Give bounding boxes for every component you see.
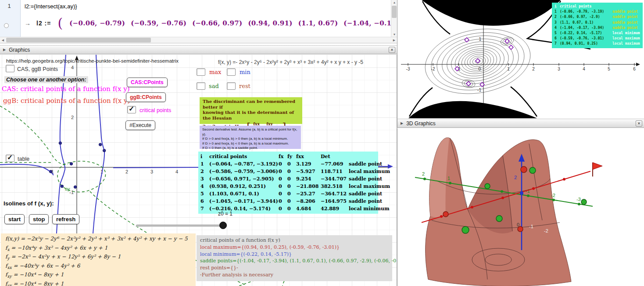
svg-text:4: 4	[175, 169, 178, 174]
svg-text:-3: -3	[406, 67, 410, 71]
svg-text:-2: -2	[544, 228, 548, 233]
cas-row-header[interactable]: 1	[0, 0, 21, 37]
results-local-minimum: local minimum={(-0.22, 0.14, -5.17)}	[200, 251, 389, 258]
results-title: critical points of a function f(x y)	[200, 237, 389, 244]
table-header-row: icritical pointsfxfyfxxDet	[200, 153, 376, 160]
svg-text:-3: -3	[576, 197, 581, 202]
flag-icon[interactable]	[593, 162, 602, 177]
hessian-note-line2: knowing that it is the determinant of th…	[203, 110, 299, 121]
test-line1: Second derivative test. Assume (a, b) is…	[202, 127, 298, 137]
cas-option-text: CAS: critical points of a function f(x y…	[2, 85, 130, 93]
legend-row: 2(-0.66, 0.97, -2.9)saddle point	[555, 14, 640, 20]
cas-cpoints-button[interactable]: CAS:CPoints	[127, 78, 168, 87]
min-checkbox[interactable]	[227, 68, 236, 76]
check-icon: ✓	[129, 105, 134, 113]
test-line2: If D > 0 and fxx(a, b) > 0 then (a, b) i…	[202, 137, 298, 141]
cas-ggb-points-checkbox[interactable]	[6, 65, 14, 72]
results-local-maximum: local maximum={(0.94, 0.91, 0.25), (-0.5…	[200, 244, 389, 251]
graphics-panel-title: Graphics	[9, 47, 30, 53]
legend-row: 6(-0.59, -0.76, -3.01)local maximum	[555, 36, 640, 41]
z0-slider-knob[interactable]	[219, 222, 227, 229]
formula-line: f(x,y) = −2x⁵y − 2y⁶ − 2x²y² + 2y³ + x³ …	[5, 235, 191, 244]
svg-text:1: 1	[479, 37, 481, 42]
svg-text:4: 4	[583, 67, 585, 71]
legend-row: 3(1.1, 0.67, 0.1)saddle point	[555, 20, 640, 25]
contour-black-regions	[408, 0, 561, 118]
svg-text:2: 2	[514, 175, 517, 180]
svg-text:3: 3	[150, 169, 153, 174]
critical-points-checkbox[interactable]: ✓	[127, 106, 136, 113]
threed-panel-title: 3D Graphics	[406, 120, 436, 127]
table-row: 5(1.103, 0.671, 0.1)00−25.27−364.712sadd…	[200, 190, 376, 198]
rest-checkbox[interactable]	[227, 82, 236, 90]
choose-option-label: Choose one or another option:	[4, 76, 88, 83]
stop-button[interactable]: stop	[29, 214, 49, 224]
table-row: 1(−0.064, −0.787, −3.192)003.129−77.069s…	[200, 160, 376, 168]
vertical-scroll-thumb[interactable]	[392, 6, 397, 18]
sad-checkbox[interactable]	[197, 82, 205, 90]
svg-text:0: 0	[478, 67, 481, 71]
max-checkbox[interactable]	[197, 68, 205, 76]
cas-ggb-points-label: CAS, ggB Points	[17, 66, 58, 72]
table-row: 6(−1.045, −0.171, −3.944)00−8.206−164.97…	[200, 198, 376, 205]
refresh-button[interactable]: refresh	[52, 214, 79, 224]
help-url-text: https://help.geogebra.org/topic/kritisch…	[6, 58, 179, 64]
hessian-note-line1: The discriminant can be remembered bette…	[203, 99, 299, 110]
scroll-up-icon[interactable]: ▲	[391, 0, 397, 5]
critical-points-table: icritical pointsfxfyfxxDet 1(−0.064, −0.…	[198, 152, 378, 214]
svg-text:6: 6	[633, 67, 636, 71]
isolines-label: Isolines of f (x, y):	[4, 200, 54, 207]
ggb-cpoints-button[interactable]: ggB:CPoints	[126, 92, 166, 102]
contour-view[interactable]: -3 -2 -1 1 2 3 4 5 6 2 1 -1 0	[397, 0, 644, 119]
second-derivative-test-box: Second derivative test. Assume (a, b) is…	[200, 126, 301, 149]
cas-point: (−0.59, −0.76)	[131, 19, 186, 27]
cas-visibility-toggle[interactable]	[4, 23, 9, 28]
cas-horizontal-scrollbar[interactable]: ◀ ▶	[0, 37, 397, 43]
svg-text:2: 2	[125, 169, 128, 174]
scroll-left-icon[interactable]: ◀	[0, 37, 6, 43]
close-icon[interactable]: ✕	[389, 47, 395, 53]
contour-legend: icritical points 1(-0.06, -0.79, -3.19)s…	[552, 3, 643, 48]
panel-collapse-icon[interactable]: ▶	[401, 121, 403, 125]
legend-row: 5(-0.22, 0.14, -5.17)local minimum	[555, 31, 640, 36]
horizontal-scroll-thumb[interactable]	[6, 38, 151, 42]
threed-panel-header[interactable]: ▶ 3D Graphics ✕	[397, 119, 644, 128]
threed-view[interactable]: 2 1 -1 -2 -3 2 0 -1	[397, 128, 644, 286]
scroll-right-icon[interactable]: ▶	[391, 37, 397, 43]
start-button[interactable]: start	[4, 214, 25, 224]
close-icon[interactable]: ✕	[636, 120, 642, 127]
cas-vertical-scrollbar[interactable]: ▲ ▼	[391, 0, 397, 37]
cas-point: (0.94, 0.91)	[248, 19, 292, 27]
cas-point: (−0.66, 0.97)	[192, 19, 242, 27]
graphics-view[interactable]: -1 1 2 3 4 4 2 -1	[0, 55, 397, 286]
svg-text:4: 4	[71, 65, 74, 70]
cas-point: (−0.06, −0.79)	[69, 19, 125, 27]
graphics-panel-header[interactable]: ▶ Graphics ✕	[0, 45, 397, 54]
svg-text:-1: -1	[529, 224, 533, 229]
rest-checkbox-label: rest	[239, 83, 250, 89]
results-saddle-points: saddle points={(-1.04, -0.17, -3.94), (1…	[200, 258, 389, 265]
table-row: 2(−0.586, −0.759, −3.006)00−5.927118.711…	[200, 168, 376, 175]
cas-row-number: 1	[0, 3, 18, 9]
geogebra-window: 1 l2:={Intersect(ax,ay)} → l2 := ( (−0.0…	[0, 0, 644, 286]
sad-checkbox-label: sad	[209, 83, 219, 89]
table-checkbox[interactable]: ✓	[6, 155, 14, 162]
execute-button[interactable]: #Execute	[125, 120, 155, 130]
svg-text:1: 1	[447, 176, 450, 181]
svg-text:5: 5	[608, 67, 610, 71]
cas-point: (1.1, 0.67)	[298, 19, 338, 27]
cas-input[interactable]: l2:={Intersect(ax,ay)}	[25, 3, 77, 10]
legend-row: 7(0.94, 0.91, 0.25)local maximum	[555, 41, 640, 46]
z0-slider-label: z0 = 1	[218, 211, 233, 217]
threed-canvas[interactable]: 2 1 -1 -2 -3 2 0 -1	[397, 128, 644, 286]
cas-open-paren: (	[57, 17, 63, 30]
check-icon: ✓	[7, 153, 13, 162]
formula-line: fyx = −10x⁴ − 8xy + 1	[5, 280, 191, 286]
z0-slider-track[interactable]	[136, 225, 225, 227]
svg-text:-2: -2	[551, 193, 555, 198]
panel-collapse-icon[interactable]: ▶	[3, 48, 6, 52]
contour-critical-points[interactable]	[455, 38, 513, 87]
results-rest-points: rest points={}-	[200, 265, 389, 272]
cas-output-arrow-icon: →	[25, 20, 31, 27]
svg-text:3: 3	[558, 67, 560, 71]
